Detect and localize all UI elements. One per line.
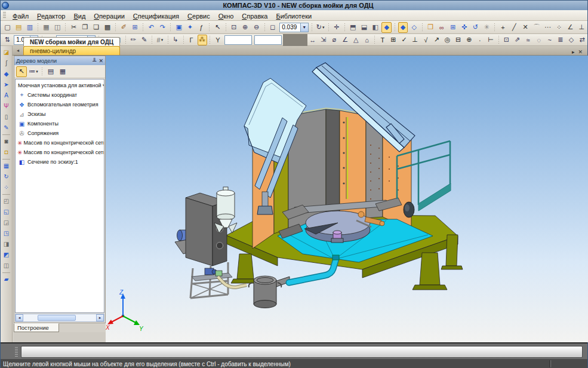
position-mark-button[interactable]: ◎: [442, 35, 452, 45]
close-panel-button[interactable]: ✕: [98, 58, 103, 64]
tree-item-section-by-sketch-1[interactable]: ◧Сечение по эскизу:1: [16, 157, 104, 167]
coord-y-field[interactable]: [254, 35, 282, 45]
tree-item-components[interactable]: ▣Компоненты: [16, 119, 104, 128]
menu-item-file[interactable]: Файл: [8, 11, 33, 21]
pan-view-button[interactable]: ✛: [331, 22, 341, 33]
coord-x-field[interactable]: [224, 35, 252, 45]
detail-view-button[interactable]: ◌: [534, 35, 544, 45]
filter-button[interactable]: Ψ: [1, 101, 11, 111]
ortho-drawing-button[interactable]: Γ: [186, 35, 196, 45]
document-tab-pneumo-cylinder[interactable]: пневмо-цилиндр: [23, 46, 120, 55]
revolve-button[interactable]: ↻: [1, 171, 11, 182]
pencil-button[interactable]: ✏: [128, 35, 138, 45]
tree-select-button[interactable]: ↖: [16, 66, 27, 77]
document-tab-assembly[interactable]: NEW сборка мойки для ОДЦ: [23, 37, 120, 46]
snap-arc-button[interactable]: ⌒: [532, 22, 542, 33]
scrollbar-thumb[interactable]: [38, 315, 76, 321]
leader-button[interactable]: ↗: [432, 35, 441, 45]
paste-button[interactable]: ❏: [91, 22, 101, 33]
center-mark-button[interactable]: ⊕: [464, 35, 474, 45]
snaps-setup-button[interactable]: ⁂: [198, 35, 207, 45]
variables-button[interactable]: ✦: [185, 22, 195, 33]
open-document-button[interactable]: ▤: [14, 22, 24, 33]
tree-item-concentric-array-5[interactable]: ✳Массив по концентрической сетке:5: [16, 138, 104, 148]
save-document-button[interactable]: ▥: [25, 22, 35, 33]
extrude-button[interactable]: ◙: [1, 136, 11, 146]
hole-button[interactable]: ◲: [1, 217, 11, 228]
display-halftone-button[interactable]: ◇: [409, 22, 419, 33]
pattern-array-button[interactable]: ⁘: [1, 182, 11, 192]
check-mark-button[interactable]: ✓: [399, 35, 409, 45]
point-button[interactable]: ◆: [1, 69, 11, 79]
redo-button[interactable]: ↷: [158, 22, 168, 33]
orientation-front-button[interactable]: ⬒: [348, 22, 358, 33]
cut-button[interactable]: ✂: [69, 22, 79, 33]
tree-item-auxiliary-geometry[interactable]: ❖Вспомогательная геометрия: [16, 100, 104, 109]
tree-horizontal-scrollbar[interactable]: ◂ ▸: [15, 314, 104, 322]
specification-button[interactable]: ▣: [174, 22, 184, 33]
tolerance-frame-button[interactable]: ⊟: [454, 35, 463, 45]
undo-button[interactable]: ↶: [146, 22, 156, 33]
zoom-frame-button[interactable]: ⊡: [229, 22, 239, 33]
edit-part-button[interactable]: ◪: [1, 47, 11, 57]
break-view-button[interactable]: ~: [545, 35, 555, 45]
scale-combo[interactable]: 0.039▼: [279, 23, 308, 32]
tree-structure-button[interactable]: ≔▾: [28, 66, 39, 77]
menu-item-service[interactable]: Сервис: [183, 11, 214, 21]
tree-item-root[interactable]: Моечная установка для активной части: [16, 81, 104, 90]
menu-item-libraries[interactable]: Библиотеки: [272, 11, 316, 21]
measure-length-button[interactable]: ⇲: [319, 35, 328, 45]
tab-scroll-right-button[interactable]: ▸: [572, 49, 575, 55]
tree-item-coordinate-systems[interactable]: ⌖Системы координат: [16, 90, 104, 100]
table-button[interactable]: ⊞: [389, 35, 398, 45]
fx-button[interactable]: ƒ: [196, 22, 207, 33]
measure-area-button[interactable]: △: [351, 35, 361, 45]
orientation-top-button[interactable]: ⬓: [359, 22, 370, 33]
menu-item-specification[interactable]: Спецификация: [129, 11, 183, 21]
update-objects-button[interactable]: ⇅: [2, 35, 12, 45]
loft-button[interactable]: ◘: [1, 147, 11, 157]
fillet-button[interactable]: ◳: [1, 228, 11, 238]
associative-view-button[interactable]: ⇄: [577, 35, 587, 45]
shell-button[interactable]: ◨: [1, 239, 11, 249]
snap-line-button[interactable]: ╱: [509, 22, 519, 33]
tree-item-concentric-array-6[interactable]: ✳Массив по концентрической сетке:6: [16, 148, 104, 157]
text-button[interactable]: T: [378, 35, 387, 45]
tree-relations-button[interactable]: ▤: [45, 66, 56, 77]
local-csys-button[interactable]: ↳: [171, 35, 180, 45]
component-open-button[interactable]: ❒: [426, 22, 436, 33]
roughness-button[interactable]: √: [421, 35, 430, 45]
tree-item-sketches[interactable]: ⊿Эскизы: [16, 109, 104, 119]
orientation-iso-button[interactable]: ◧: [370, 22, 380, 33]
copy-button[interactable]: ❐: [80, 22, 90, 33]
snap-intersection-button[interactable]: ✕: [521, 22, 531, 33]
sketch-button[interactable]: ✎: [1, 122, 11, 133]
scroll-right-arrow[interactable]: ▸: [96, 314, 104, 321]
rotate-component-button[interactable]: ↺: [470, 22, 481, 33]
section-view-button[interactable]: ≈: [524, 35, 533, 45]
snap-normal-button[interactable]: ⊥: [577, 22, 587, 33]
measure-angle-button[interactable]: ∠: [340, 35, 350, 45]
app-icon[interactable]: [2, 2, 9, 9]
section-surface-button[interactable]: ▰: [1, 274, 11, 284]
snap-angle-button[interactable]: ∠: [565, 22, 575, 33]
orientation-cube-button[interactable]: ◆: [381, 22, 392, 33]
move-component-button[interactable]: ✜: [459, 22, 469, 33]
add-component-button[interactable]: ⊞: [448, 22, 458, 33]
copy-properties-button[interactable]: ✐: [119, 22, 129, 33]
tree-structure-caret-icon[interactable]: ▾: [36, 69, 38, 74]
scale-dropdown-icon[interactable]: ▼: [300, 23, 308, 32]
paste-special-button[interactable]: ▩: [103, 22, 113, 33]
snap-grid-button[interactable]: ⁘: [554, 22, 564, 33]
tab-scroll-left-button[interactable]: ◂: [14, 46, 22, 54]
tab-close-button[interactable]: ✕: [578, 49, 583, 55]
pen-button[interactable]: ✎: [140, 35, 149, 45]
macroelement-button[interactable]: ◇: [567, 35, 576, 45]
zoom-area-button[interactable]: ◻: [267, 22, 278, 33]
rotate-view-caret-icon[interactable]: ▾: [322, 25, 325, 30]
sheet-button[interactable]: ▯: [1, 112, 11, 122]
tab-construction[interactable]: Построение: [14, 323, 59, 332]
arrow-button[interactable]: ➤: [1, 79, 11, 90]
axis-line-button[interactable]: ∙: [475, 35, 485, 45]
view-arrow-button[interactable]: ⇗: [512, 35, 522, 45]
